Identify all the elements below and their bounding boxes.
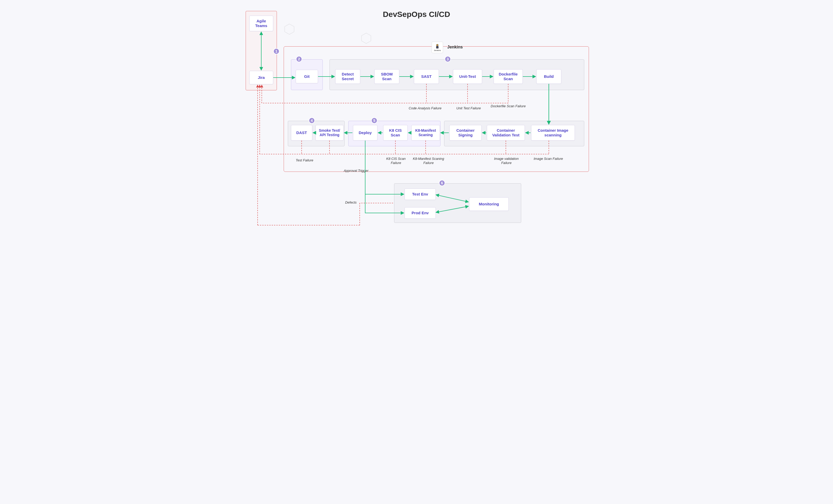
badge-5: 5 bbox=[371, 118, 377, 124]
annot-k8-manifest-failure: K8-Manifest Scaning Failure bbox=[413, 157, 444, 165]
node-dast: DAST bbox=[291, 125, 312, 141]
badge-3: 3 bbox=[445, 56, 451, 62]
node-monitoring: Monitoring bbox=[469, 197, 509, 211]
node-smoke-api-testing: Smoke Test/ API Testing bbox=[315, 125, 343, 141]
badge-6: 6 bbox=[439, 180, 445, 186]
hex-decoration bbox=[284, 23, 295, 35]
annot-image-scan-failure: Image Scan Failure bbox=[533, 157, 564, 161]
node-detect-secret: Detect Secret bbox=[335, 69, 360, 84]
node-unit-test: Unit-Test bbox=[453, 69, 482, 84]
node-k8-manifest-scanning: K8-Manifest Scaning bbox=[411, 125, 440, 141]
node-sast: SAST bbox=[414, 69, 439, 84]
svg-marker-1 bbox=[361, 33, 371, 44]
annot-image-validation-failure: Image validation Failure bbox=[490, 157, 523, 165]
node-dockerfile-scan: Dockerfile Scan bbox=[494, 69, 523, 84]
node-container-validation-test: Container Validation Test bbox=[487, 125, 525, 141]
node-container-signing: Container Signing bbox=[449, 125, 482, 141]
node-sbom-scan: SBOM Scan bbox=[374, 69, 399, 84]
annot-approval-trigger: Approval Trigger bbox=[340, 169, 372, 173]
annot-code-analysis-failure: Code Analysis Failure bbox=[406, 106, 445, 110]
node-agile-teams: Agile Teams bbox=[249, 16, 273, 31]
node-deploy: Deploy bbox=[353, 125, 377, 141]
node-git: Git bbox=[295, 70, 318, 83]
badge-1: 1 bbox=[273, 48, 280, 54]
jenkins-icon: Jenkins bbox=[432, 42, 443, 53]
diagram-canvas: DevSepOps CI/CD 1 Agile Teams Jira Jenki… bbox=[232, 3, 601, 232]
annot-test-failure: Test Failure bbox=[291, 158, 317, 162]
badge-4: 4 bbox=[309, 118, 315, 124]
node-k8-cis-scan: K8 CIS Scan bbox=[383, 125, 408, 141]
annot-k8-cis-failure: K8 CIS Scan Failure bbox=[382, 157, 410, 165]
node-container-image-scanning: Container Image scanning bbox=[531, 125, 575, 141]
badge-2: 2 bbox=[296, 56, 302, 62]
annot-dockerfile-scan-failure: Dockerfile Scan Failure bbox=[490, 104, 526, 108]
svg-point-2 bbox=[436, 44, 438, 46]
diagram-title: DevSepOps CI/CD bbox=[232, 10, 601, 19]
hex-decoration bbox=[360, 32, 372, 44]
svg-rect-3 bbox=[436, 46, 438, 48]
jenkins-label: Jenkins bbox=[447, 45, 463, 49]
node-test-env: Test Env bbox=[405, 188, 436, 200]
node-prod-env: Prod Env bbox=[405, 207, 436, 219]
annot-defects: Defects bbox=[336, 200, 357, 205]
svg-marker-0 bbox=[285, 24, 294, 34]
node-jira: Jira bbox=[249, 71, 273, 84]
annot-unit-test-failure: Unit Test Failure bbox=[453, 106, 484, 110]
node-build: Build bbox=[536, 69, 561, 84]
